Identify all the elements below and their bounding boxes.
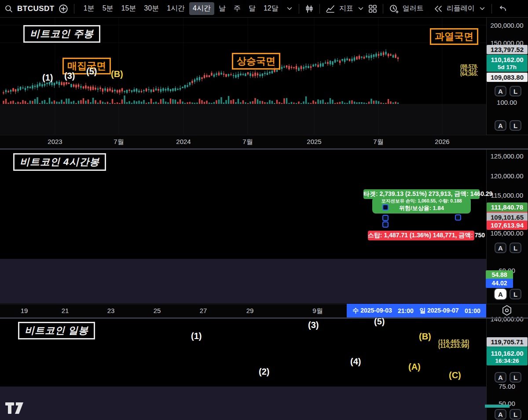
layout-grid-icon[interactable]: [368, 4, 377, 13]
indicators-icon[interactable]: [326, 4, 335, 13]
a-button[interactable]: A: [495, 372, 506, 383]
panel-separator[interactable]: [0, 148, 528, 150]
timeframe-12달[interactable]: 12달: [260, 2, 282, 15]
a-button[interactable]: A: [495, 86, 506, 96]
wave-marker[interactable]: (A): [408, 362, 421, 372]
timeframe-1시간[interactable]: 1시간: [163, 2, 188, 15]
chart-style-candles-icon[interactable]: [305, 4, 314, 13]
timeframe-chevron-down-icon[interactable]: [286, 5, 293, 12]
alerts-button[interactable]: 얼러트: [403, 4, 424, 13]
timeframe-30분[interactable]: 30분: [140, 2, 162, 15]
y-axis-label: 125,000.00: [487, 152, 527, 160]
wave-marker[interactable]: (5): [86, 66, 97, 77]
panel-buttons: AL: [495, 120, 521, 131]
x-axis-label: 25: [154, 307, 161, 314]
x-axis-label: 19: [21, 307, 28, 314]
timeframe-1분[interactable]: 1분: [80, 2, 98, 15]
x-axis-label: 2024: [176, 138, 191, 145]
wave-marker[interactable]: (B): [419, 332, 431, 342]
annotation-daily-title[interactable]: 비트코인 일봉: [18, 322, 95, 339]
add-symbol-icon[interactable]: [59, 4, 68, 14]
indicators-chevron-down-icon[interactable]: [357, 5, 364, 12]
range-end-time: 01:00: [465, 307, 480, 314]
x-axis-label: 2026: [435, 138, 449, 145]
timeframe-주[interactable]: 주: [230, 2, 244, 15]
l-button[interactable]: L: [510, 372, 521, 383]
top-toolbar: BTCUSDT 1분5분15분30분1시간4시간날주달12달 지표 얼러트 리플…: [0, 0, 528, 18]
target-label[interactable]: 타겟: 2,739.13 (2.51%) 273,913, 금액: 1460.2…: [363, 189, 480, 199]
order-drag-handle[interactable]: [382, 215, 389, 221]
wave-marker[interactable]: (1): [42, 73, 53, 83]
tradingview-logo[interactable]: [4, 399, 29, 417]
price-tag-prev-close: 119,705.71: [487, 337, 528, 346]
symbol-label[interactable]: BTCUSDT: [17, 4, 55, 13]
x-axis-label: 27: [200, 307, 207, 314]
range-start-day: 수 2025-09-03: [352, 307, 392, 315]
x-axis-label: 29: [246, 307, 254, 314]
timeframe-group: 1분5분15분30분1시간4시간날주달12달: [80, 2, 282, 15]
replay-button[interactable]: 리플레이: [447, 4, 475, 13]
l-button[interactable]: L: [510, 409, 521, 420]
toolbar-divider: [383, 4, 383, 14]
panel-separator[interactable]: [0, 317, 528, 319]
timeframe-15분[interactable]: 15분: [118, 2, 140, 15]
position-pnl: 포지션보유 손익: 1,060.55, 수량: 0.188: [372, 198, 471, 204]
range-end-day: 일 2025-09-07: [419, 307, 459, 315]
y-axis-label: 75.00: [487, 383, 527, 390]
order-drag-handle[interactable]: [455, 214, 461, 221]
last-price: 110,162.00: [491, 56, 523, 63]
annotation-phase-label[interactable]: 과열국면: [430, 28, 478, 45]
a-button[interactable]: A: [495, 289, 506, 299]
order-drag-handle[interactable]: [382, 221, 389, 228]
timeframe-4시간[interactable]: 4시간: [189, 2, 214, 15]
l-button[interactable]: L: [510, 243, 521, 253]
wave-marker[interactable]: (4): [350, 357, 361, 367]
range-start-time: 21:00: [398, 307, 414, 314]
bar-countdown: 16:34:26: [487, 357, 528, 365]
search-icon[interactable]: [4, 4, 13, 13]
y-axis-label: 120,000.00: [487, 172, 527, 180]
y-axis-label: 100.00: [487, 99, 527, 106]
undo-icon[interactable]: [498, 4, 507, 14]
annotation-phase-label[interactable]: 상승국면: [232, 53, 280, 70]
timeframe-5분[interactable]: 5분: [99, 2, 117, 15]
timeframe-달[interactable]: 달: [245, 2, 259, 15]
annotation-weekly-title[interactable]: 비트코인 주봉: [23, 25, 100, 43]
replay-chevron-down-icon[interactable]: [479, 5, 486, 12]
x-axis-label: 23: [107, 307, 115, 314]
toolbar-divider: [299, 4, 299, 14]
settings-icon[interactable]: [501, 304, 513, 317]
fib-level-label: (64,365.: [460, 72, 478, 76]
l-button[interactable]: L: [510, 86, 521, 96]
panel-buttons: AL: [495, 372, 521, 383]
price-tag-low: 109,083.80: [487, 73, 528, 82]
rsi-level-bar: [485, 405, 510, 408]
l-button[interactable]: L: [510, 120, 521, 131]
time-axis-weekly[interactable]: 20237월20247월20257월2026: [0, 135, 528, 149]
x-axis-label: 9월: [312, 307, 323, 315]
wave-marker[interactable]: (5): [374, 317, 385, 327]
replay-rewind-icon[interactable]: [434, 4, 443, 13]
price-tag-prev-close: 123,797.52: [487, 45, 528, 54]
wave-marker[interactable]: (C): [449, 370, 461, 380]
annotation-4h-title[interactable]: 비트코인 4시간봉: [13, 153, 106, 171]
a-button[interactable]: A: [495, 409, 506, 420]
fib-level-label: (114,233.99): [438, 344, 469, 349]
wave-marker[interactable]: (2): [259, 367, 269, 377]
wave-marker[interactable]: (3): [64, 71, 75, 81]
alert-clock-icon[interactable]: [389, 4, 399, 14]
l-button[interactable]: L: [510, 289, 521, 299]
x-axis-label: 7월: [114, 138, 124, 146]
indicators-button[interactable]: 지표: [339, 4, 353, 13]
price-tag-last: 110,162.00 5d 17h: [487, 55, 528, 72]
wave-marker[interactable]: (1): [191, 331, 202, 341]
rsi-ma-value-tag: 44.02: [486, 279, 513, 288]
a-button[interactable]: A: [495, 120, 506, 131]
a-button[interactable]: A: [495, 243, 506, 253]
wave-marker[interactable]: (3): [308, 320, 319, 330]
timeframe-날[interactable]: 날: [215, 2, 229, 15]
stop-label[interactable]: 스탑: 1,487.71 (1.36%) 148,771, 금액: 750: [368, 231, 474, 240]
price-tag-stop: 107,613.94: [487, 221, 528, 230]
wave-marker[interactable]: (B): [111, 69, 123, 79]
order-drag-handle[interactable]: [382, 204, 389, 210]
